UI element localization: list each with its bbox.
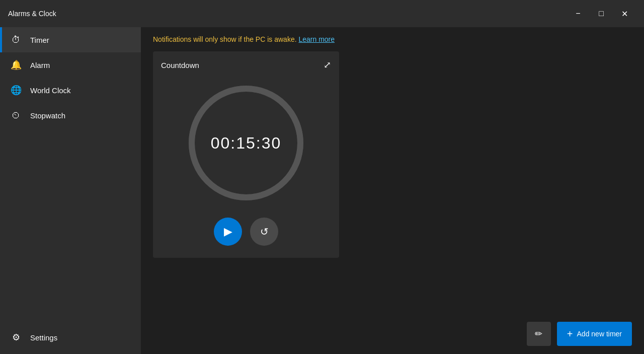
timer-controls: ▶ ↺ bbox=[214, 218, 278, 246]
sidebar-item-timer-label: Timer bbox=[30, 36, 49, 44]
add-timer-label: Add new timer bbox=[577, 330, 622, 338]
minimize-button[interactable]: − bbox=[567, 6, 590, 22]
expand-button[interactable]: ⤢ bbox=[324, 59, 331, 70]
sidebar-item-alarm-label: Alarm bbox=[30, 61, 50, 69]
add-timer-button[interactable]: + Add new timer bbox=[557, 322, 632, 346]
timer-card-header: Countdown ⤢ bbox=[161, 59, 331, 70]
timer-card: Countdown ⤢ 00:15:30 ▶ ↺ bbox=[153, 51, 339, 258]
stopwatch-icon: ⏲ bbox=[10, 110, 22, 121]
sidebar: ⏱ Timer 🔔 Alarm 🌐 World Clock ⏲ Stopwatc… bbox=[0, 27, 141, 354]
timer-icon: ⏱ bbox=[10, 35, 22, 45]
timer-display: 00:15:30 bbox=[211, 134, 282, 153]
settings-icon: ⚙ bbox=[10, 332, 22, 343]
play-button[interactable]: ▶ bbox=[214, 218, 242, 246]
sidebar-item-timer[interactable]: ⏱ Timer bbox=[0, 27, 141, 52]
edit-button[interactable]: ✏ bbox=[527, 322, 551, 346]
sidebar-item-world-clock[interactable]: 🌐 World Clock bbox=[0, 78, 141, 103]
titlebar: Alarms & Clock − □ ✕ bbox=[0, 0, 644, 27]
close-button[interactable]: ✕ bbox=[613, 6, 636, 22]
sidebar-item-settings-label: Settings bbox=[30, 333, 57, 342]
main-layout: ⏱ Timer 🔔 Alarm 🌐 World Clock ⏲ Stopwatc… bbox=[0, 27, 644, 354]
content-area: Notifications will only show if the PC i… bbox=[141, 27, 644, 354]
sidebar-item-world-clock-label: World Clock bbox=[30, 86, 71, 95]
maximize-button[interactable]: □ bbox=[590, 6, 613, 22]
sidebar-item-stopwatch-label: Stopwatch bbox=[30, 111, 65, 120]
bottom-bar: ✏ + Add new timer bbox=[515, 314, 644, 354]
reset-button[interactable]: ↺ bbox=[250, 218, 278, 246]
sidebar-item-settings[interactable]: ⚙ Settings bbox=[0, 325, 141, 350]
sidebar-item-alarm[interactable]: 🔔 Alarm bbox=[0, 52, 141, 78]
world-clock-icon: 🌐 bbox=[10, 85, 22, 96]
learn-more-link[interactable]: Learn more bbox=[298, 35, 335, 43]
notification-bar: Notifications will only show if the PC i… bbox=[141, 27, 644, 51]
edit-icon: ✏ bbox=[535, 328, 542, 339]
alarm-icon: 🔔 bbox=[10, 59, 22, 70]
reset-icon: ↺ bbox=[260, 226, 269, 238]
timer-card-title: Countdown bbox=[161, 61, 199, 69]
clock-circle: 00:15:30 bbox=[186, 83, 306, 203]
app-title: Alarms & Clock bbox=[8, 10, 56, 18]
notification-text: Notifications will only show if the PC i… bbox=[153, 35, 297, 43]
sidebar-item-stopwatch[interactable]: ⏲ Stopwatch bbox=[0, 103, 141, 128]
play-icon: ▶ bbox=[224, 225, 232, 238]
add-icon: + bbox=[567, 328, 573, 340]
window-controls: − □ ✕ bbox=[567, 6, 636, 22]
